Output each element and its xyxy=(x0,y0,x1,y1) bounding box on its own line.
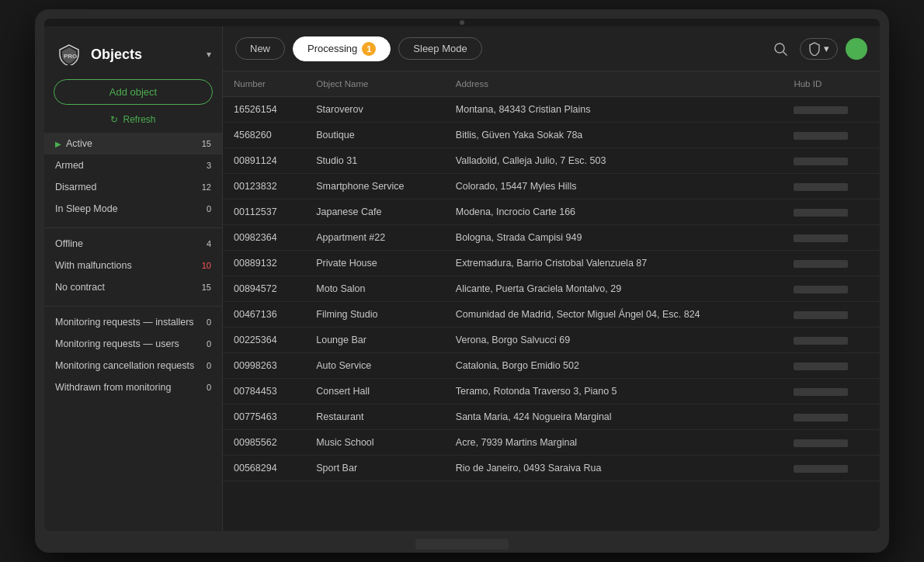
table-row[interactable]: 4568260 Boutique Bitlis, Güven Yaka Soka… xyxy=(223,123,880,148)
cell-address: Comunidad de Madrid, Sector Miguel Ángel… xyxy=(445,302,783,328)
table-row[interactable]: 00467136 Filming Studio Comunidad de Mad… xyxy=(223,302,880,328)
table-row[interactable]: 00112537 Japanese Cafe Modena, Incrocio … xyxy=(223,199,880,225)
table-row[interactable]: 00891124 Studio 31 Valladolid, Calleja J… xyxy=(223,148,880,174)
table-row[interactable]: 00784453 Consert Hall Teramo, Rotonda Tr… xyxy=(223,379,880,404)
title-dropdown-icon[interactable]: ▾ xyxy=(207,49,211,60)
sleep-badge: 0 xyxy=(207,204,211,213)
sidebar-item-armed[interactable]: Armed 3 xyxy=(44,154,222,176)
cell-name: Staroverov xyxy=(305,97,445,123)
sidebar-item-label: In Sleep Mode xyxy=(55,203,118,214)
laptop-screen: PRO Objects ▾ Add object ↻ Refresh ▶ xyxy=(44,19,880,531)
table-row[interactable]: 00982364 Appartment #22 Bologna, Strada … xyxy=(223,225,880,251)
refresh-button[interactable]: ↻ Refresh xyxy=(44,111,222,133)
active-badge: 15 xyxy=(202,139,211,148)
table-row[interactable]: 16526154 Staroverov Montana, 84343 Crist… xyxy=(223,97,880,123)
app-container: PRO Objects ▾ Add object ↻ Refresh ▶ xyxy=(44,26,880,531)
table-row[interactable]: 00123832 Smartphone Service Colorado, 15… xyxy=(223,174,880,199)
armed-badge: 3 xyxy=(207,161,211,170)
cell-address: Bitlis, Güven Yaka Sokak 78a xyxy=(445,123,783,148)
sidebar-item-withdrawn[interactable]: Withdrawn from monitoring 0 xyxy=(44,376,222,398)
cell-address: Catalonia, Borgo Emidio 502 xyxy=(445,353,783,379)
sidebar-navigation: ▶ Active 15 Armed 3 Disarmed 12 xyxy=(44,133,222,401)
sidebar-item-active[interactable]: ▶ Active 15 xyxy=(44,133,222,154)
table-row[interactable]: 00998263 Auto Service Catalonia, Borgo E… xyxy=(223,353,880,379)
cell-number: 00467136 xyxy=(223,302,305,328)
col-header-number: Number xyxy=(223,71,305,97)
sidebar-item-sleep[interactable]: In Sleep Mode 0 xyxy=(44,198,222,220)
laptop-bottom xyxy=(44,531,880,553)
cell-number: 00894572 xyxy=(223,276,305,302)
sidebar-item-label: Offline xyxy=(55,238,83,249)
cell-address: Valladolid, Calleja Julio, 7 Esc. 503 xyxy=(445,148,783,174)
table-row[interactable]: 00775463 Restaurant Santa Maria, 424 Nog… xyxy=(223,404,880,430)
cell-name: Moto Salon xyxy=(305,276,445,302)
cell-number: 00568294 xyxy=(223,456,305,481)
cell-name: Music School xyxy=(305,430,445,456)
tab-processing-label: Processing xyxy=(307,43,357,54)
user-avatar[interactable] xyxy=(846,38,867,60)
malfunctions-badge: 10 xyxy=(202,261,211,270)
sidebar-item-mon-users[interactable]: Monitoring requests — users 0 xyxy=(44,333,222,355)
cell-number: 00112537 xyxy=(223,199,305,225)
chevron-icon: ▶ xyxy=(55,140,61,148)
cell-number: 00225364 xyxy=(223,328,305,353)
cell-name: Filming Studio xyxy=(305,302,445,328)
cell-hubid xyxy=(783,456,880,481)
cell-hubid xyxy=(783,276,880,302)
cell-hubid xyxy=(783,302,880,328)
no-contract-badge: 15 xyxy=(202,283,211,292)
table-row[interactable]: 00985562 Music School Acre, 7939 Martins… xyxy=(223,430,880,456)
mon-users-badge: 0 xyxy=(207,339,211,349)
cell-address: Extremadura, Barrio Cristobal Valenzuela… xyxy=(445,251,783,276)
col-header-hubid: Hub ID xyxy=(783,71,880,97)
table-container[interactable]: Number Object Name Address Hub ID 165261… xyxy=(223,71,880,531)
cell-address: Alicante, Puerta Graciela Montalvo, 29 xyxy=(445,276,783,302)
sidebar-item-mon-cancel[interactable]: Monitoring cancellation requests 0 xyxy=(44,355,222,376)
cell-address: Acre, 7939 Martins Marginal xyxy=(445,430,783,456)
sidebar-item-label: Monitoring requests — installers xyxy=(55,317,194,328)
table-body: 16526154 Staroverov Montana, 84343 Crist… xyxy=(223,97,880,481)
table-row[interactable]: 00889132 Private House Extremadura, Barr… xyxy=(223,251,880,276)
cell-address: Verona, Borgo Salvucci 69 xyxy=(445,328,783,353)
cell-hubid xyxy=(783,353,880,379)
cell-hubid xyxy=(783,430,880,456)
cell-address: Teramo, Rotonda Traverso 3, Piano 5 xyxy=(445,379,783,404)
shield-badge[interactable]: ▾ xyxy=(800,38,838,60)
sidebar-item-label: With malfunctions xyxy=(55,260,132,271)
sidebar-item-label: Monitoring requests — users xyxy=(55,338,179,349)
sidebar-item-offline[interactable]: Offline 4 xyxy=(44,233,222,255)
cell-address: Bologna, Strada Campisi 949 xyxy=(445,225,783,251)
offline-badge: 4 xyxy=(207,239,211,248)
col-header-address: Address xyxy=(445,71,783,97)
cell-name: Boutique xyxy=(305,123,445,148)
sidebar-item-mon-installers[interactable]: Monitoring requests — installers 0 xyxy=(44,311,222,333)
sidebar-item-label: Withdrawn from monitoring xyxy=(55,382,171,393)
cell-hubid xyxy=(783,328,880,353)
table-row[interactable]: 00894572 Moto Salon Alicante, Puerta Gra… xyxy=(223,276,880,302)
cell-name: Appartment #22 xyxy=(305,225,445,251)
cell-hubid xyxy=(783,199,880,225)
search-icon xyxy=(773,42,787,56)
cell-hubid xyxy=(783,174,880,199)
add-object-button[interactable]: Add object xyxy=(54,79,213,105)
svg-point-1 xyxy=(775,43,784,53)
table-row[interactable]: 00225364 Lounge Bar Verona, Borgo Salvuc… xyxy=(223,328,880,353)
col-header-name: Object Name xyxy=(305,71,445,97)
search-button[interactable] xyxy=(769,37,792,61)
tab-new[interactable]: New xyxy=(235,37,285,60)
trackpad[interactable] xyxy=(415,539,509,550)
sidebar-item-no-contract[interactable]: No contract 15 xyxy=(44,276,222,298)
cell-number: 00889132 xyxy=(223,251,305,276)
table-row[interactable]: 00568294 Sport Bar Rio de Janeiro, 0493 … xyxy=(223,456,880,481)
app-title: Objects xyxy=(91,47,142,63)
nav-divider-1 xyxy=(44,227,222,228)
refresh-icon: ↻ xyxy=(110,114,118,125)
sidebar-item-disarmed[interactable]: Disarmed 12 xyxy=(44,176,222,198)
sidebar-item-malfunctions[interactable]: With malfunctions 10 xyxy=(44,255,222,276)
tab-processing[interactable]: Processing 1 xyxy=(293,36,391,61)
tab-sleep-mode[interactable]: Sleep Mode xyxy=(398,37,481,60)
camera-dot xyxy=(460,20,464,25)
cell-name: Japanese Cafe xyxy=(305,199,445,225)
nav-group-issues: Offline 4 With malfunctions 10 No contra… xyxy=(44,233,222,298)
nav-group-status: ▶ Active 15 Armed 3 Disarmed 12 xyxy=(44,133,222,220)
